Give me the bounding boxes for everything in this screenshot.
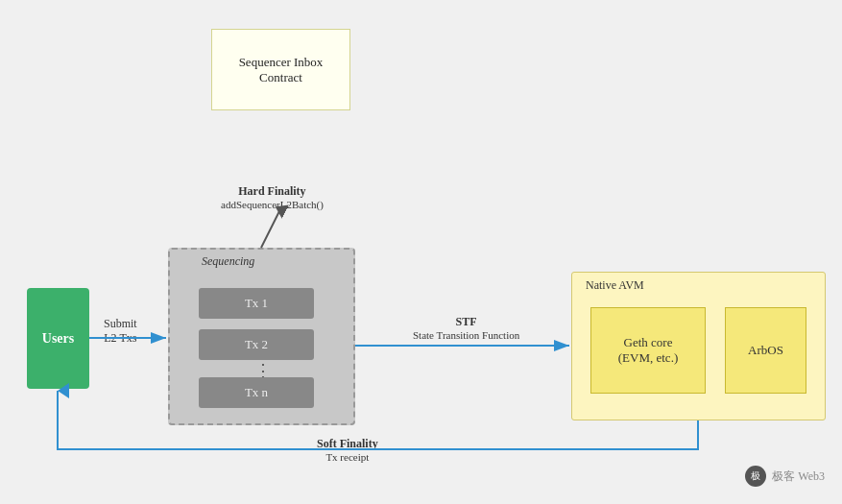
users-label: Users: [42, 331, 74, 347]
watermark: 极 极客 Web3: [745, 466, 825, 487]
users-box: Users: [27, 288, 89, 389]
geth-label: Geth core(EVM, etc.): [618, 335, 678, 366]
geth-core-box: Geth core(EVM, etc.): [590, 307, 706, 394]
tx2-box: Tx 2: [199, 329, 314, 360]
arrows-svg: [0, 0, 842, 504]
architecture-diagram: Sequencer InboxContract Users Sequencing…: [0, 0, 842, 504]
sequencing-label: Sequencing: [202, 254, 254, 269]
txn-box: Tx n: [199, 377, 314, 408]
stf-sublabel: State Transition Function: [413, 329, 519, 341]
inbox-contract-box: Sequencer InboxContract: [211, 29, 350, 110]
submit-label-group: Submit L2 Txs: [104, 317, 137, 346]
native-avm-label: Native AVM: [586, 278, 644, 293]
tx1-label: Tx 1: [245, 296, 268, 311]
stf-label-group: STF State Transition Function: [413, 315, 519, 341]
tx1-box: Tx 1: [199, 288, 314, 319]
soft-finality-sublabel: Tx receipt: [317, 451, 378, 463]
stf-label: STF: [413, 315, 519, 329]
txn-label: Tx n: [245, 385, 268, 400]
soft-finality-group: Soft Finality Tx receipt: [317, 437, 378, 463]
soft-finality-label: Soft Finality: [317, 437, 378, 451]
l2-txs-label: L2 Txs: [104, 331, 137, 346]
submit-label: Submit: [104, 317, 137, 331]
watermark-icon: 极: [745, 466, 766, 487]
hard-finality-label: Hard Finality: [221, 184, 324, 199]
arbos-label: ArbOS: [748, 343, 783, 358]
hard-finality-sublabel: addSequencerL2Batch(): [221, 199, 324, 210]
hard-finality-group: Hard Finality addSequencerL2Batch(): [221, 184, 324, 210]
arbos-box: ArbOS: [725, 307, 806, 394]
watermark-text: 极客 Web3: [772, 468, 825, 485]
tx2-label: Tx 2: [245, 337, 268, 352]
inbox-contract-label: Sequencer InboxContract: [239, 55, 324, 85]
hard-finality-arrow: [261, 209, 280, 248]
